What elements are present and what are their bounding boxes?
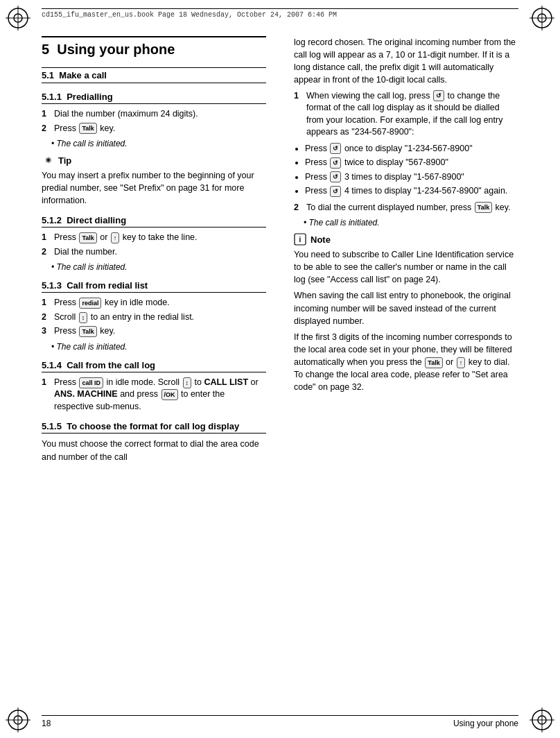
call-initiated-right: • The call is initiated. bbox=[304, 218, 518, 228]
step-514-1: 1 Press call ID in idle mode. Scroll ↕ t… bbox=[42, 377, 266, 413]
format-key-icon4: ↺ bbox=[330, 171, 341, 182]
talk-key-icon: Talk bbox=[79, 232, 96, 243]
right-bullet-1: Press ↺ once to display "1-234-567-8900" bbox=[305, 143, 518, 155]
corner-mark-tl bbox=[6, 6, 30, 31]
right-bullet-4: Press ↺ 4 times to display "1-234-567-89… bbox=[305, 185, 518, 198]
step-513-3: 3 Press Talk key. bbox=[42, 325, 266, 338]
section-512-heading: 5.1.2 Direct dialling bbox=[42, 215, 266, 228]
section-514-heading: 5.1.4 Call from the call log bbox=[42, 360, 266, 372]
scroll-key-icon2: ↕ bbox=[183, 377, 192, 388]
left-column: 5 Using your phone 5.1 Make a call 5.1.1… bbox=[42, 36, 273, 710]
section-512-steps: 1 Press Talk or ↑ key to take the line. … bbox=[42, 232, 266, 258]
step-512-2: 2 Dial the number. bbox=[42, 246, 266, 259]
right-bullet-2: Press ↺ twice to display "567-8900" bbox=[305, 157, 518, 169]
section-514: 5.1.4 Call from the call log 1 Press cal… bbox=[42, 360, 266, 413]
page-number: 18 bbox=[42, 719, 51, 728]
format-key-icon2: ↺ bbox=[330, 143, 341, 154]
handset-key-icon: ↑ bbox=[111, 232, 120, 243]
note-box: i Note You need to subscribe to Caller L… bbox=[294, 233, 518, 393]
section-514-steps: 1 Press call ID in idle mode. Scroll ↕ t… bbox=[42, 377, 266, 413]
note-p3: If the first 3 digits of the incoming nu… bbox=[294, 331, 518, 394]
section-513-heading: 5.1.3 Call from redial list bbox=[42, 280, 266, 293]
right-bullet-3: Press ↺ 3 times to display "1-567-8900" bbox=[305, 171, 518, 184]
call-initiated-513: • The call is initiated. bbox=[51, 342, 266, 352]
redial-key-icon: redial bbox=[79, 298, 101, 309]
note-header: i Note bbox=[294, 233, 518, 246]
format-key-icon3: ↺ bbox=[330, 157, 341, 169]
note-icon: i bbox=[294, 233, 306, 246]
topbar: cd155_ifu_master_en_us.book Page 18 Wedn… bbox=[42, 8, 518, 19]
right-step-2: 2 To dial the current displayed number, … bbox=[294, 202, 518, 214]
section-512: 5.1.2 Direct dialling 1 Press Talk or ↑ … bbox=[42, 215, 266, 272]
chapter-heading: 5 Using your phone bbox=[42, 36, 266, 58]
right-bullets: Press ↺ once to display "1-234-567-8900"… bbox=[305, 143, 518, 198]
step-511-2: 2 Press Talk key. bbox=[42, 123, 266, 135]
section-511-steps: 1 Dial the number (maximum 24 digits). 2… bbox=[42, 108, 266, 135]
note-label: Note bbox=[310, 234, 331, 245]
tip-text: You may insert a prefix number to the be… bbox=[42, 169, 266, 207]
talk-key-icon3: Talk bbox=[475, 202, 492, 213]
right-step-2-list: 2 To dial the current displayed number, … bbox=[294, 202, 518, 214]
note-p1: You need to subscribe to Caller Line Ide… bbox=[294, 248, 518, 286]
call-initiated-511: • The call is initiated. bbox=[51, 139, 266, 148]
section-515: 5.1.5 To choose the format for call log … bbox=[42, 421, 266, 463]
tip-box-511: ✳ Tip You may insert a prefix number to … bbox=[42, 154, 266, 207]
format-key-icon5: ↺ bbox=[330, 186, 341, 197]
section-51: 5.1 Make a call bbox=[42, 67, 266, 83]
section-515-intro: You must choose the correct format to di… bbox=[42, 438, 266, 463]
svg-text:i: i bbox=[299, 236, 301, 243]
right-steps: 1 When viewing the call log, press ↺ to … bbox=[294, 90, 518, 139]
talk-key-icon4: Talk bbox=[425, 357, 442, 368]
right-column: log record chosen. The original incoming… bbox=[287, 36, 518, 710]
corner-mark-bl bbox=[6, 707, 30, 732]
corner-mark-tr bbox=[530, 6, 554, 31]
section-511: 5.1.1 Predialling 1 Dial the number (max… bbox=[42, 92, 266, 207]
talk-key-icon2: Talk bbox=[79, 326, 96, 337]
bottom-bar: 18 Using your phone bbox=[42, 715, 518, 728]
section-513: 5.1.3 Call from redial list 1 Press redi… bbox=[42, 280, 266, 352]
chapter-title: Using your phone bbox=[57, 42, 175, 57]
section-513-steps: 1 Press redial key in idle mode. 2 Scrol… bbox=[42, 297, 266, 338]
step-513-2: 2 Scroll ↕ to an entry in the redial lis… bbox=[42, 311, 266, 324]
section-label: Using your phone bbox=[453, 719, 518, 728]
scroll-key-icon: ↕ bbox=[79, 312, 88, 323]
section-511-heading: 5.1.1 Predialling bbox=[42, 92, 266, 104]
corner-mark-br bbox=[530, 707, 554, 732]
format-key-icon: ↺ bbox=[433, 90, 444, 101]
step-513-1: 1 Press redial key in idle mode. bbox=[42, 297, 266, 309]
topbar-text: cd155_ifu_master_en_us.book Page 18 Wedn… bbox=[42, 11, 337, 19]
right-step-1: 1 When viewing the call log, press ↺ to … bbox=[294, 90, 518, 139]
call-initiated-512: • The call is initiated. bbox=[51, 262, 266, 272]
callid-key-icon: call ID bbox=[79, 377, 103, 388]
talk-key-icon: Talk bbox=[79, 123, 96, 134]
handset-key-icon2: ↑ bbox=[457, 357, 466, 368]
section-515-heading: 5.1.5 To choose the format for call log … bbox=[42, 421, 266, 434]
tip-header: ✳ Tip bbox=[42, 154, 266, 166]
ok-key-icon: /OK bbox=[161, 389, 178, 400]
step-512-1: 1 Press Talk or ↑ key to take the line. bbox=[42, 232, 266, 244]
section-51-heading: 5.1 Make a call bbox=[42, 67, 266, 83]
right-intro: log record chosen. The original incoming… bbox=[294, 36, 518, 87]
tip-icon: ✳ bbox=[42, 154, 54, 166]
chapter-number: 5 bbox=[42, 42, 49, 57]
content-wrapper: 5 Using your phone 5.1 Make a call 5.1.1… bbox=[42, 36, 518, 710]
note-p2: When saving the call list entry to phone… bbox=[294, 289, 518, 327]
step-511-1: 1 Dial the number (maximum 24 digits). bbox=[42, 108, 266, 121]
